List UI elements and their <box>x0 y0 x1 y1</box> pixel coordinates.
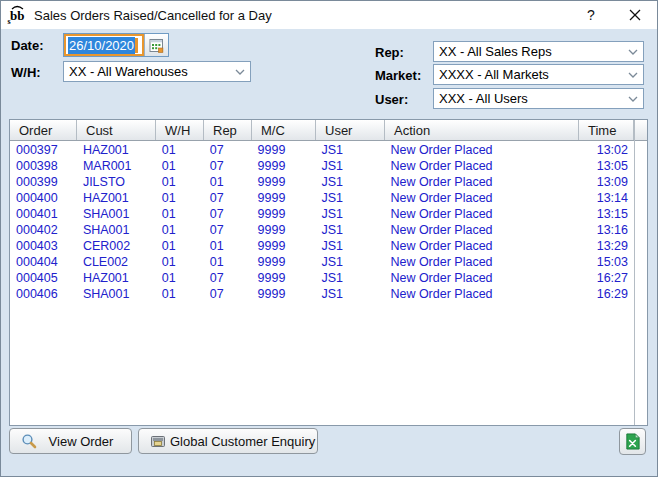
cell-action: New Order Placed <box>384 287 578 301</box>
cell-wh: 01 <box>156 287 204 301</box>
cell-order: 000402 <box>10 223 77 237</box>
table-body: 000397HAZ00101079999JS1New Order Placed1… <box>10 142 633 425</box>
column-header-mc[interactable]: M/C <box>252 120 316 140</box>
cell-wh: 01 <box>156 143 204 157</box>
cell-rep: 01 <box>204 175 252 189</box>
cell-time: 13:09 <box>578 175 633 189</box>
market-select[interactable]: XXXX - All Markets <box>433 64 644 85</box>
cell-rep: 01 <box>204 239 252 253</box>
cell-user: JS1 <box>316 143 385 157</box>
cell-user: JS1 <box>316 223 385 237</box>
cell-cust: HAZ001 <box>77 271 156 285</box>
cell-mc: 9999 <box>252 271 316 285</box>
cell-action: New Order Placed <box>384 271 578 285</box>
chevron-down-icon <box>628 96 638 102</box>
calendar-button[interactable] <box>144 34 168 56</box>
table-row[interactable]: 000398MAR00101079999JS1New Order Placed1… <box>10 158 633 174</box>
cell-user: JS1 <box>316 271 385 285</box>
cell-time: 13:16 <box>578 223 633 237</box>
cell-wh: 01 <box>156 191 204 205</box>
table-row[interactable]: 000403CER00201019999JS1New Order Placed1… <box>10 238 633 254</box>
cell-action: New Order Placed <box>384 159 578 173</box>
cell-cust: CER002 <box>77 239 156 253</box>
table-header: Order Cust W/H Rep M/C User Action Time <box>10 120 647 141</box>
cell-user: JS1 <box>316 239 385 253</box>
cell-order: 000403 <box>10 239 77 253</box>
magnifier-icon <box>21 433 37 449</box>
svg-text:bb: bb <box>10 8 24 23</box>
orders-table: Order Cust W/H Rep M/C User Action Time … <box>9 119 648 426</box>
table-row[interactable]: 000406SHA00101079999JS1New Order Placed1… <box>10 286 633 302</box>
cell-user: JS1 <box>316 159 385 173</box>
cell-time: 16:27 <box>578 271 633 285</box>
cell-mc: 9999 <box>252 191 316 205</box>
calendar-icon <box>149 38 164 53</box>
cell-time: 13:29 <box>578 239 633 253</box>
text-caret <box>135 38 138 53</box>
scrollbar-track <box>634 120 647 425</box>
cell-mc: 9999 <box>252 175 316 189</box>
cell-wh: 01 <box>156 223 204 237</box>
cell-user: JS1 <box>316 191 385 205</box>
global-customer-enquiry-button[interactable]: Global Customer Enquiry <box>138 428 318 454</box>
column-header-wh[interactable]: W/H <box>156 120 204 140</box>
help-button[interactable]: ? <box>569 1 613 29</box>
table-row[interactable]: 000402SHA00101079999JS1New Order Placed1… <box>10 222 633 238</box>
cell-rep: 01 <box>204 255 252 269</box>
cell-order: 000398 <box>10 159 77 173</box>
cell-order: 000404 <box>10 255 77 269</box>
export-excel-button[interactable] <box>619 428 646 455</box>
rep-select[interactable]: XX - All Sales Reps <box>433 41 644 62</box>
cell-user: JS1 <box>316 255 385 269</box>
cell-cust: JILSTO <box>77 175 156 189</box>
table-row[interactable]: 000405HAZ00101079999JS1New Order Placed1… <box>10 270 633 286</box>
cell-cust: SHA001 <box>77 223 156 237</box>
cell-time: 13:15 <box>578 207 633 221</box>
cell-mc: 9999 <box>252 207 316 221</box>
date-input[interactable]: 26/10/2020 <box>64 34 144 56</box>
cell-action: New Order Placed <box>384 191 578 205</box>
cell-user: JS1 <box>316 175 385 189</box>
user-value: XXX - All Users <box>439 91 528 106</box>
cell-cust: HAZ001 <box>77 191 156 205</box>
table-row[interactable]: 000401SHA00101079999JS1New Order Placed1… <box>10 206 633 222</box>
view-order-button[interactable]: View Order <box>9 428 132 454</box>
cell-time: 13:02 <box>578 143 633 157</box>
warehouse-value: XX - All Warehouses <box>69 64 188 79</box>
title-bar: bb s Sales Orders Raised/Cancelled for a… <box>1 1 657 29</box>
column-header-time[interactable]: Time <box>579 120 634 140</box>
user-select[interactable]: XXX - All Users <box>433 88 644 109</box>
table-row[interactable]: 000404CLE00201019999JS1New Order Placed1… <box>10 254 633 270</box>
cell-time: 15:03 <box>578 255 633 269</box>
column-header-rep[interactable]: Rep <box>204 120 252 140</box>
cell-rep: 07 <box>204 191 252 205</box>
rep-value: XX - All Sales Reps <box>439 44 552 59</box>
column-header-user[interactable]: User <box>316 120 385 140</box>
cell-time: 16:29 <box>578 287 633 301</box>
date-field-group: 26/10/2020 <box>63 33 169 57</box>
cell-wh: 01 <box>156 255 204 269</box>
market-value: XXXX - All Markets <box>439 67 549 82</box>
cell-rep: 07 <box>204 223 252 237</box>
market-label: Market: <box>375 68 421 83</box>
chevron-down-icon <box>628 72 638 78</box>
cell-mc: 9999 <box>252 239 316 253</box>
cell-user: JS1 <box>316 287 385 301</box>
cell-time: 13:14 <box>578 191 633 205</box>
warehouse-select[interactable]: XX - All Warehouses <box>63 61 251 82</box>
excel-icon <box>624 433 641 450</box>
card-file-icon <box>150 433 166 449</box>
table-row[interactable]: 000400HAZ00101079999JS1New Order Placed1… <box>10 190 633 206</box>
cell-action: New Order Placed <box>384 143 578 157</box>
column-header-cust[interactable]: Cust <box>77 120 156 140</box>
close-button[interactable] <box>613 1 657 29</box>
cell-wh: 01 <box>156 207 204 221</box>
column-header-order[interactable]: Order <box>10 120 77 140</box>
cell-mc: 9999 <box>252 255 316 269</box>
column-header-action[interactable]: Action <box>385 120 579 140</box>
chevron-down-icon <box>628 49 638 55</box>
table-row[interactable]: 000397HAZ00101079999JS1New Order Placed1… <box>10 142 633 158</box>
cell-action: New Order Placed <box>384 207 578 221</box>
table-row[interactable]: 000399JILSTO01019999JS1New Order Placed1… <box>10 174 633 190</box>
cell-action: New Order Placed <box>384 255 578 269</box>
